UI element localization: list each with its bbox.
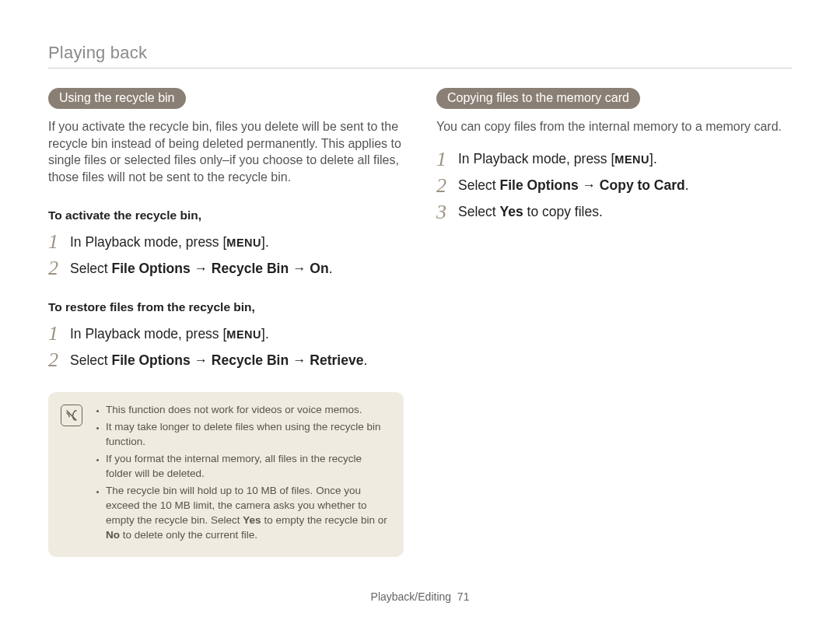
steps-activate: 1 In Playback mode, press [MENU]. 2 Sele… (48, 232, 404, 278)
step-number: 3 (436, 202, 450, 222)
menu-label: MENU (614, 153, 649, 166)
copy-intro: You can copy files from the internal mem… (436, 118, 792, 135)
steps-copy: 1 In Playback mode, press [MENU]. 2 Sele… (436, 149, 792, 222)
step-row: 2 Select File Options → Recycle Bin → Re… (48, 350, 404, 370)
recycle-intro: If you activate the recycle bin, files y… (48, 118, 404, 185)
page-header: Playing back (48, 43, 792, 63)
step-row: 1 In Playback mode, press [MENU]. (48, 324, 404, 344)
step-text: Select File Options → Recycle Bin → On. (70, 260, 333, 278)
note-item: The recycle bin will hold up to 10 MB of… (106, 484, 390, 543)
page-footer: Playback/Editing 71 (0, 590, 840, 603)
step-text: In Playback mode, press [MENU]. (70, 325, 269, 343)
step-row: 2 Select File Options → Copy to Card. (436, 176, 792, 196)
step-row: 1 In Playback mode, press [MENU]. (436, 149, 792, 170)
note-box: This function does not work for videos o… (48, 392, 404, 557)
footer-page: 71 (457, 590, 470, 603)
subhead-restore: To restore files from the recycle bin, (48, 300, 404, 314)
note-item: It may take longer to delete files when … (106, 420, 390, 450)
step-number: 1 (436, 149, 450, 170)
section-pill-recycle: Using the recycle bin (48, 88, 186, 109)
subhead-activate: To activate the recycle bin, (48, 208, 404, 222)
step-number: 2 (48, 258, 62, 278)
step-number: 2 (48, 350, 62, 370)
divider (48, 68, 792, 68)
menu-label: MENU (226, 236, 261, 249)
step-row: 2 Select File Options → Recycle Bin → On… (48, 258, 404, 278)
note-list: This function does not work for videos o… (95, 403, 390, 545)
step-text: Select File Options → Copy to Card. (458, 177, 689, 194)
steps-restore: 1 In Playback mode, press [MENU]. 2 Sele… (48, 324, 404, 370)
step-number: 2 (436, 176, 450, 196)
note-item: This function does not work for videos o… (106, 403, 390, 418)
step-row: 1 In Playback mode, press [MENU]. (48, 232, 404, 252)
note-item: If you format the internal memory, all f… (106, 452, 390, 482)
step-number: 1 (48, 324, 62, 344)
note-icon (61, 405, 82, 426)
left-column: Using the recycle bin If you activate th… (48, 88, 404, 557)
right-column: Copying files to the memory card You can… (436, 88, 792, 557)
step-text: Select File Options → Recycle Bin → Retr… (70, 352, 367, 370)
step-text: In Playback mode, press [MENU]. (458, 150, 657, 168)
step-row: 3 Select Yes to copy files. (436, 202, 792, 222)
section-pill-copy: Copying files to the memory card (436, 88, 640, 109)
footer-section: Playback/Editing (371, 590, 452, 603)
step-text: In Playback mode, press [MENU]. (70, 233, 269, 251)
step-text: Select Yes to copy files. (458, 203, 603, 221)
step-number: 1 (48, 232, 62, 252)
menu-label: MENU (226, 328, 261, 341)
